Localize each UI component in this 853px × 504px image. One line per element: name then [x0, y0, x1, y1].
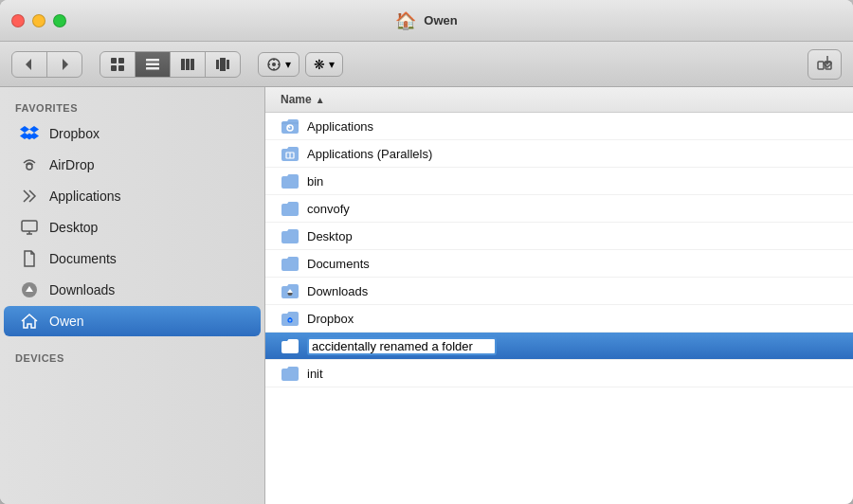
icon-view-button[interactable] [100, 52, 136, 77]
svg-rect-7 [146, 63, 159, 65]
file-item-bin[interactable]: bin [265, 168, 853, 195]
column-view-button[interactable] [171, 52, 206, 77]
file-item-convofy[interactable]: convofy [265, 195, 853, 223]
devices-label: DEVICES [0, 345, 264, 368]
file-name-applications-parallels: Applications (Parallels) [307, 147, 432, 161]
file-name-documents: Documents [307, 257, 370, 271]
svg-rect-6 [146, 59, 159, 62]
window-title-icon: 🏠 [395, 10, 416, 31]
svg-rect-10 [186, 59, 190, 70]
minimize-button[interactable] [32, 14, 45, 27]
airdrop-icon [19, 154, 40, 175]
dropbox-arrow: ▾ [329, 58, 335, 71]
folder-bin-icon [281, 171, 299, 190]
svg-rect-5 [118, 65, 124, 71]
forward-button[interactable] [47, 52, 82, 77]
file-item-renamed[interactable] [265, 333, 853, 360]
svg-marker-23 [20, 126, 29, 133]
svg-rect-21 [818, 62, 824, 69]
dropbox-icon [19, 123, 40, 144]
sidebar-item-airdrop[interactable]: AirDrop [4, 150, 261, 180]
view-buttons [100, 51, 241, 78]
name-column-header[interactable]: Name ▲ [281, 93, 838, 106]
coverflow-view-button[interactable] [206, 52, 240, 77]
folder-renamed-icon [281, 336, 299, 355]
sort-arrow: ▲ [316, 95, 325, 105]
folder-documents-icon [281, 254, 299, 273]
file-name-applications: Applications [307, 119, 373, 134]
sidebar-item-desktop[interactable]: Desktop [4, 212, 261, 243]
svg-marker-1 [63, 59, 68, 70]
content-area: FAVORITES Dropbox [0, 87, 853, 504]
svg-marker-24 [29, 126, 39, 133]
file-list-area: Name ▲ Applications [265, 87, 853, 504]
svg-rect-2 [111, 58, 117, 63]
downloads-icon [19, 279, 40, 300]
sidebar-documents-label: Documents [49, 251, 117, 266]
file-list-header: Name ▲ [265, 87, 853, 113]
window-title-text: Owen [424, 13, 457, 27]
folder-convofy-icon [281, 199, 299, 218]
svg-rect-29 [22, 221, 37, 231]
svg-rect-8 [146, 67, 159, 70]
rename-input[interactable] [307, 337, 497, 355]
file-name-init: init [307, 367, 323, 381]
folder-init-icon [281, 364, 299, 383]
sidebar-downloads-label: Downloads [49, 282, 115, 297]
svg-rect-13 [220, 58, 226, 71]
arrange-label: ▾ [285, 58, 291, 71]
file-item-documents[interactable]: Documents [265, 250, 853, 278]
file-item-applications-parallels[interactable]: Applications (Parallels) [265, 140, 853, 168]
sidebar-applications-label: Applications [49, 189, 121, 204]
file-name-dropbox: Dropbox [307, 312, 354, 326]
file-name-bin: bin [307, 174, 323, 189]
sidebar-owen-label: Owen [49, 314, 84, 329]
folder-parallels-icon [281, 144, 299, 163]
svg-rect-3 [118, 58, 124, 63]
documents-icon [19, 248, 40, 269]
favorites-label: FAVORITES [0, 95, 264, 117]
file-item-downloads[interactable]: Downloads [265, 278, 853, 305]
file-item-applications[interactable]: Applications [265, 113, 853, 140]
folder-dropbox-icon [281, 309, 299, 328]
sidebar-item-applications[interactable]: Applications [4, 181, 261, 211]
file-item-desktop[interactable]: Desktop [265, 223, 853, 250]
sidebar: FAVORITES Dropbox [0, 87, 265, 504]
dropbox-dropdown[interactable]: ❋ ▾ [305, 52, 343, 77]
list-view-button[interactable] [136, 52, 171, 77]
close-button[interactable] [11, 14, 25, 27]
folder-downloads-icon [281, 281, 299, 300]
nav-buttons [11, 51, 82, 78]
sidebar-item-documents[interactable]: Documents [4, 243, 261, 274]
file-item-dropbox[interactable]: Dropbox [265, 305, 853, 333]
share-button[interactable] [808, 49, 842, 80]
applications-icon [19, 186, 40, 207]
folder-app-icon [281, 117, 299, 135]
svg-marker-0 [26, 59, 31, 70]
file-item-init[interactable]: init [265, 360, 853, 387]
file-name-downloads: Downloads [307, 284, 368, 298]
window-title: 🏠 Owen [395, 10, 457, 31]
svg-point-28 [27, 164, 32, 170]
svg-rect-12 [216, 60, 219, 69]
svg-point-16 [272, 63, 276, 66]
svg-rect-4 [111, 65, 117, 71]
svg-rect-11 [191, 59, 194, 70]
finder-window: 🏠 Owen [0, 0, 853, 504]
sidebar-airdrop-label: AirDrop [49, 157, 94, 172]
toolbar: ▾ ❋ ▾ [0, 42, 853, 87]
back-button[interactable] [12, 52, 47, 77]
home-icon [19, 311, 40, 332]
desktop-icon [19, 217, 40, 238]
maximize-button[interactable] [53, 14, 66, 27]
sidebar-item-dropbox[interactable]: Dropbox [4, 118, 261, 149]
sidebar-item-downloads[interactable]: Downloads [4, 275, 261, 305]
file-name-convofy: convofy [307, 202, 350, 216]
sidebar-desktop-label: Desktop [49, 220, 98, 235]
arrange-dropdown[interactable]: ▾ [258, 52, 299, 77]
folder-desktop-icon [281, 226, 299, 245]
file-name-desktop: Desktop [307, 229, 353, 243]
sidebar-item-owen[interactable]: Owen [4, 306, 261, 336]
titlebar: 🏠 Owen [0, 0, 853, 42]
sidebar-dropbox-label: Dropbox [49, 126, 100, 141]
